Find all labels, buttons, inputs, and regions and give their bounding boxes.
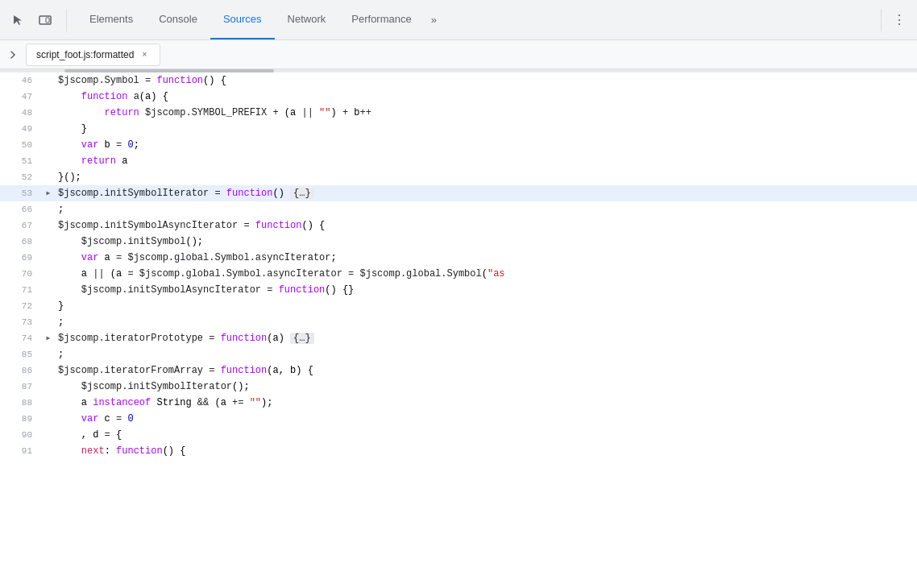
- toolbar-icons: [6, 9, 67, 31]
- table-row: 52 }();: [0, 169, 917, 185]
- table-row: 87 $jscomp.initSymbolIterator();: [0, 379, 917, 395]
- table-row: 88 a instanceof String && (a += "");: [0, 395, 917, 411]
- file-tabs-bar: script_foot.js:formatted ×: [0, 40, 917, 69]
- tab-performance[interactable]: Performance: [338, 0, 424, 39]
- table-row: 86 $jscomp.iteratorFromArray = function(…: [0, 362, 917, 379]
- table-row: 91 next: function() {: [0, 443, 917, 459]
- tab-console[interactable]: Console: [146, 0, 210, 39]
- toolbar-end: ⋮: [881, 9, 911, 31]
- tab-network[interactable]: Network: [275, 0, 339, 39]
- table-row: 72 }: [0, 298, 917, 314]
- table-row: 66 ;: [0, 201, 917, 217]
- table-row: 49 }: [0, 121, 917, 137]
- table-row: 69 var a = $jscomp.global.Symbol.asyncIt…: [0, 250, 917, 266]
- table-row: 47 function a(a) {: [0, 89, 917, 105]
- table-row: 67 $jscomp.initSymbolAsyncIterator = fun…: [0, 217, 917, 234]
- table-row: 70 a || (a = $jscomp.global.Symbol.async…: [0, 266, 917, 282]
- table-row: 50 var b = 0;: [0, 137, 917, 153]
- devtools-toolbar: Elements Console Sources Network Perform…: [0, 0, 917, 40]
- table-row: 46 $jscomp.Symbol = function() {: [0, 72, 917, 89]
- table-row: 74 ▶ $jscomp.iteratorPrototype = functio…: [0, 330, 917, 346]
- tab-sources[interactable]: Sources: [210, 0, 275, 39]
- file-tab-script-foot[interactable]: script_foot.js:formatted ×: [26, 43, 160, 66]
- tab-list: Elements Console Sources Network Perform…: [77, 0, 874, 39]
- code-area: 46 $jscomp.Symbol = function() { 47 func…: [0, 72, 917, 588]
- scroll-thumb[interactable]: [64, 69, 274, 72]
- table-row: 85 ;: [0, 346, 917, 362]
- svg-rect-1: [46, 18, 49, 23]
- table-row: 48 return $jscomp.SYMBOL_PREFIX + (a || …: [0, 105, 917, 121]
- table-row: 51 return a: [0, 153, 917, 169]
- device-toggle-icon[interactable]: [34, 9, 56, 31]
- scroll-indicator: [0, 69, 917, 72]
- file-tab-close-button[interactable]: ×: [139, 49, 150, 60]
- tab-more-button[interactable]: »: [425, 0, 443, 39]
- table-row: 89 var c = 0: [0, 411, 917, 427]
- table-row: 71 $jscomp.initSymbolAsyncIterator = fun…: [0, 282, 917, 298]
- table-row: 90 , d = {: [0, 427, 917, 443]
- settings-menu-icon[interactable]: ⋮: [888, 9, 911, 31]
- table-row: 68 $jscomp.initSymbol();: [0, 234, 917, 250]
- nav-arrow-icon[interactable]: [3, 45, 23, 64]
- cursor-icon[interactable]: [6, 9, 29, 31]
- table-row: 73 ;: [0, 314, 917, 330]
- tab-elements[interactable]: Elements: [77, 0, 146, 39]
- table-row: 53 ▶ $jscomp.initSymbolIterator = functi…: [0, 185, 917, 201]
